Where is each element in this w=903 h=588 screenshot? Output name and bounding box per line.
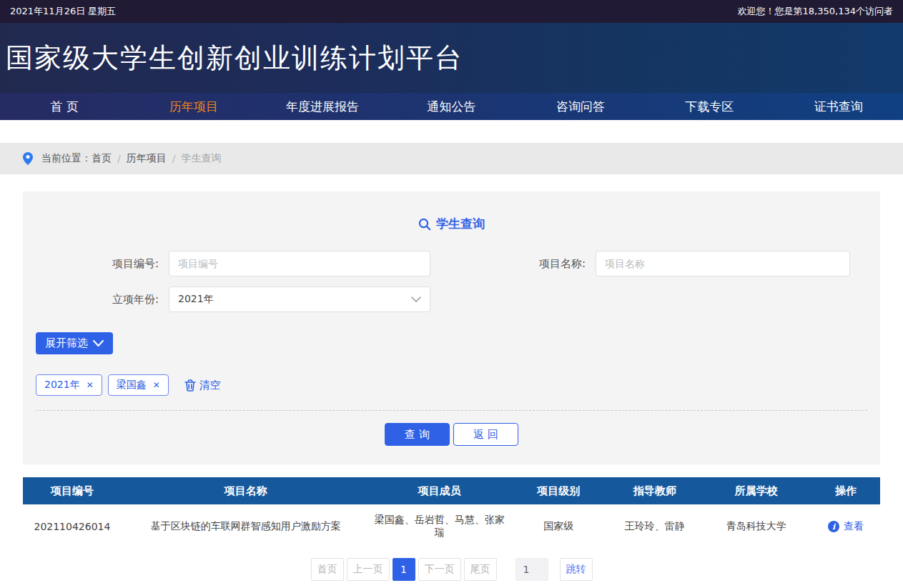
- nav-item-certificate[interactable]: 证书查询: [774, 93, 903, 120]
- year-select-value: 2021年: [178, 293, 214, 306]
- info-icon: i: [828, 521, 839, 532]
- header-action: 操作: [811, 484, 880, 498]
- project-code-label: 项目编号:: [36, 257, 169, 271]
- row-project-code: 202110426014: [23, 521, 122, 532]
- project-name-input[interactable]: [596, 251, 850, 276]
- search-form: 项目编号: 项目名称: 立项年份: 2021年: [36, 251, 867, 312]
- visitor-counter: 欢迎您！您是第18,350,134个访问者: [738, 5, 893, 18]
- page-first-button[interactable]: 首页: [311, 558, 344, 581]
- breadcrumb-separator: /: [172, 153, 176, 164]
- nav-item-notices[interactable]: 通知公告: [387, 93, 515, 120]
- nav-item-home[interactable]: 首 页: [0, 93, 129, 120]
- student-search-panel: 学生查询 项目编号: 项目名称: 立项年份: 2021年 展开筛选: [23, 191, 880, 464]
- header-level: 项目级别: [509, 484, 608, 498]
- header-teachers: 指导教师: [608, 484, 701, 498]
- expand-filters-button[interactable]: 展开筛选: [36, 332, 113, 354]
- header-project-code: 项目编号: [23, 484, 122, 498]
- query-button[interactable]: 查 询: [385, 423, 450, 446]
- page-next-button[interactable]: 下一页: [418, 558, 461, 581]
- project-code-input[interactable]: [169, 251, 430, 276]
- filter-tag-year: 2021年 ✕: [36, 374, 102, 396]
- top-bar: 2021年11月26日 星期五 欢迎您！您是第18,350,134个访问者: [0, 0, 903, 23]
- panel-title: 学生查询: [36, 216, 867, 232]
- header-members: 项目成员: [370, 484, 509, 498]
- filter-tag-label: 梁国鑫: [117, 379, 147, 392]
- page-prev-button[interactable]: 上一页: [347, 558, 390, 581]
- table-row: 202110426014 基于区块链的车联网群智感知用户激励方案 梁国鑫、岳岩哲…: [23, 504, 880, 549]
- current-date: 2021年11月26日 星期五: [10, 5, 116, 18]
- site-banner: 国家级大学生创新创业训练计划平台: [0, 23, 903, 93]
- active-filters: 2021年 ✕ 梁国鑫 ✕ 清空: [36, 374, 867, 396]
- filter-tag-label: 2021年: [44, 379, 80, 392]
- view-link-label: 查看: [844, 520, 864, 533]
- location-pin-icon: [23, 152, 33, 165]
- results-table: 项目编号 项目名称 项目成员 项目级别 指导教师 所属学校 操作 2021104…: [23, 477, 880, 549]
- pagination: 首页 上一页 1 下一页 尾页 跳转: [0, 558, 903, 581]
- dashed-divider: [36, 410, 867, 411]
- row-teachers: 王玲玲、雷静: [608, 520, 701, 533]
- breadcrumb-past-projects[interactable]: 历年项目: [127, 152, 167, 165]
- view-link[interactable]: i 查看: [828, 520, 864, 533]
- chevron-down-icon: [93, 340, 104, 347]
- breadcrumb-home[interactable]: 首页: [92, 152, 112, 165]
- breadcrumb-current: 学生查询: [181, 152, 221, 165]
- year-select[interactable]: 2021年: [169, 286, 430, 312]
- filter-tag-student: 梁国鑫 ✕: [108, 374, 169, 396]
- row-level: 国家级: [509, 520, 608, 533]
- project-name-label: 项目名称:: [463, 257, 596, 271]
- panel-title-text: 学生查询: [436, 216, 485, 232]
- row-project-name: 基于区块链的车联网群智感知用户激励方案: [122, 520, 370, 533]
- trash-icon: [184, 379, 196, 392]
- breadcrumb-separator: /: [117, 153, 121, 164]
- clear-filters-label: 清空: [199, 379, 221, 392]
- page-jump-button[interactable]: 跳转: [560, 558, 593, 581]
- nav-item-past-projects[interactable]: 历年项目: [129, 93, 257, 120]
- nav-item-annual-report[interactable]: 年度进展报告: [258, 93, 387, 120]
- page-jump-input[interactable]: [515, 558, 548, 581]
- year-label: 立项年份:: [36, 293, 169, 307]
- nav-item-qa[interactable]: 咨询问答: [516, 93, 645, 120]
- row-members: 梁国鑫、岳岩哲、马慧、张家瑞: [370, 514, 509, 539]
- search-icon: [418, 218, 431, 231]
- breadcrumb: 当前位置： 首页 / 历年项目 / 学生查询: [0, 143, 903, 174]
- header-project-name: 项目名称: [122, 484, 370, 498]
- expand-filters-label: 展开筛选: [45, 337, 88, 350]
- site-title: 国家级大学生创新创业训练计划平台: [6, 40, 463, 76]
- remove-filter-icon[interactable]: ✕: [153, 380, 160, 390]
- header-school: 所属学校: [701, 484, 811, 498]
- page-last-button[interactable]: 尾页: [464, 558, 497, 581]
- remove-filter-icon[interactable]: ✕: [87, 380, 94, 390]
- row-school: 青岛科技大学: [701, 520, 811, 533]
- page-number-current[interactable]: 1: [393, 558, 415, 581]
- back-button[interactable]: 返 回: [453, 423, 518, 446]
- clear-filters-button[interactable]: 清空: [184, 379, 221, 392]
- breadcrumb-prefix: 当前位置：: [41, 152, 92, 165]
- main-nav: 首 页 历年项目 年度进展报告 通知公告 咨询问答 下载专区 证书查询: [0, 93, 903, 120]
- chevron-down-icon: [411, 297, 421, 303]
- nav-item-downloads[interactable]: 下载专区: [645, 93, 774, 120]
- table-header-row: 项目编号 项目名称 项目成员 项目级别 指导教师 所属学校 操作: [23, 477, 880, 504]
